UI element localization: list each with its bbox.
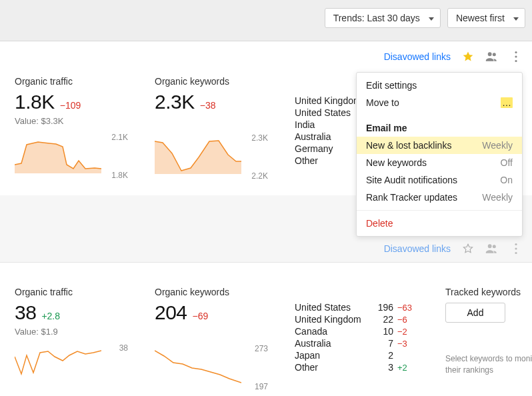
- star-icon[interactable]: [461, 50, 475, 63]
- country-row: Australia7−3: [295, 337, 415, 349]
- country-name: Australia: [295, 338, 331, 349]
- menu-edit-settings[interactable]: Edit settings: [357, 77, 522, 94]
- people-icon[interactable]: [485, 242, 499, 255]
- spark-bot-label: 1.8K: [111, 171, 128, 180]
- country-name: Germany: [295, 143, 333, 154]
- country-name: United States: [295, 302, 351, 313]
- sort-dropdown-label: Newest first: [456, 13, 505, 23]
- menu-row-state: Off: [501, 157, 513, 168]
- more-icon[interactable]: [509, 50, 523, 63]
- menu-row-label: Rank Tracker updates: [366, 192, 457, 203]
- keywords-sparkline: [155, 137, 241, 174]
- menu-notification-row[interactable]: Site Audit notificationsOn: [357, 171, 522, 189]
- country-value: 3: [376, 362, 393, 373]
- organic-traffic-card: Organic traffic 1.8K −109 Value: $3.3K 2…: [15, 76, 128, 180]
- country-delta: −63: [397, 303, 415, 313]
- card-title: Organic traffic: [15, 287, 128, 297]
- organic-keywords-card: Organic keywords 2.3K −38 2.3K 2.2K: [155, 76, 268, 181]
- keywords-sparkline: [155, 348, 241, 385]
- country-row: Canada10−2: [295, 325, 415, 337]
- people-icon[interactable]: [485, 50, 499, 63]
- menu-row-state: Weekly: [482, 140, 513, 151]
- row2-header-icons: Disavowed links: [384, 242, 523, 255]
- country-delta: −2: [397, 327, 415, 337]
- add-keyword-button[interactable]: Add: [445, 303, 505, 323]
- tracked-title: Tracked keywords: [445, 287, 532, 297]
- spark-bot-label: 2.2K: [251, 171, 268, 181]
- country-row: United States196−63: [295, 301, 415, 313]
- svg-point-3: [515, 243, 517, 245]
- menu-notification-row[interactable]: Rank Tracker updatesWeekly: [357, 189, 522, 206]
- card-title: Organic keywords: [155, 76, 268, 87]
- spark-top-label: 38: [119, 343, 128, 353]
- card-title: Organic traffic: [15, 76, 128, 87]
- country-row: Other3+2: [295, 361, 415, 373]
- trends-dropdown-label: Trends: Last 30 days: [333, 13, 420, 23]
- svg-point-5: [515, 252, 517, 254]
- country-name: Other: [295, 362, 318, 373]
- svg-point-0: [515, 51, 517, 53]
- row-body: Organic traffic 38 +2.8 Value: $1.9 38 O…: [0, 263, 532, 396]
- spark-top-label: 273: [255, 344, 268, 353]
- country-name: United States: [295, 107, 351, 118]
- country-value: 22: [376, 314, 393, 325]
- traffic-delta: −109: [60, 100, 81, 111]
- disavowed-links-link[interactable]: Disavowed links: [384, 51, 451, 62]
- svg-point-1: [515, 55, 517, 57]
- star-icon[interactable]: [461, 242, 475, 255]
- menu-row-state: On: [500, 175, 513, 185]
- tracked-keywords: Tracked keywords Add Select keywords to …: [445, 287, 532, 376]
- country-value: 7: [376, 338, 393, 349]
- country-name: Australia: [295, 131, 331, 142]
- country-value: 2: [376, 350, 393, 361]
- svg-point-4: [515, 247, 517, 249]
- country-delta: +2: [397, 363, 415, 373]
- country-delta: −6: [397, 315, 415, 325]
- traffic-value: 1.8K: [15, 91, 55, 113]
- country-name: India: [295, 119, 315, 130]
- card-title: Organic keywords: [155, 287, 268, 297]
- project-row-2: Organic traffic 38 +2.8 Value: $1.9 38 O…: [0, 262, 532, 396]
- more-icon[interactable]: [509, 242, 523, 255]
- organic-traffic-card: Organic traffic 38 +2.8 Value: $1.9 38: [15, 287, 128, 391]
- traffic-sub: Value: $3.3K: [15, 116, 128, 126]
- menu-notification-row[interactable]: New keywordsOff: [357, 154, 522, 171]
- spark-bot-label: 197: [255, 382, 268, 391]
- keywords-value: 2.3K: [155, 91, 195, 113]
- traffic-sparkline: [15, 347, 101, 384]
- country-name: Canada: [295, 326, 327, 337]
- tracked-hint: Select keywords to monitor their ranking…: [445, 353, 532, 376]
- menu-move-to[interactable]: Move to…: [357, 94, 522, 111]
- menu-email-me-heading: Email me: [357, 119, 522, 137]
- top-toolbar: Trends: Last 30 days Newest first: [0, 0, 532, 41]
- project-actions-menu: Edit settings Move to… Email me New & lo…: [356, 72, 523, 237]
- country-name: United Kingdom: [295, 95, 361, 106]
- country-value: 10: [376, 326, 393, 337]
- menu-row-label: Site Audit notifications: [366, 175, 457, 185]
- organic-keywords-card: Organic keywords 204 −69 273 197: [155, 287, 268, 391]
- spark-top-label: 2.3K: [251, 133, 268, 143]
- country-value: 196: [376, 302, 393, 313]
- add-button-label: Add: [467, 307, 484, 318]
- keywords-delta: −38: [200, 100, 216, 111]
- trends-dropdown[interactable]: Trends: Last 30 days: [325, 8, 441, 28]
- country-row: United Kingdom22−6: [295, 313, 415, 325]
- traffic-value: 38: [15, 301, 36, 324]
- spark-top-label: 2.1K: [111, 133, 128, 142]
- country-delta: −3: [397, 339, 415, 349]
- traffic-sparkline: [15, 137, 101, 173]
- svg-point-2: [515, 60, 517, 62]
- keywords-delta: −69: [193, 311, 209, 321]
- country-row: Japan2: [295, 349, 415, 361]
- country-name: Other: [295, 155, 318, 166]
- countries-list: United States196−63United Kingdom22−6Can…: [295, 301, 415, 373]
- menu-notification-row[interactable]: New & lost backlinksWeekly: [357, 137, 522, 154]
- country-name: United Kingdom: [295, 314, 361, 325]
- menu-delete[interactable]: Delete: [357, 215, 522, 232]
- traffic-sub: Value: $1.9: [15, 327, 128, 337]
- sort-dropdown[interactable]: Newest first: [447, 8, 525, 28]
- traffic-delta: +2.8: [41, 311, 60, 321]
- keywords-value: 204: [155, 301, 187, 324]
- country-name: Japan: [295, 350, 320, 361]
- disavowed-links-link[interactable]: Disavowed links: [384, 243, 451, 254]
